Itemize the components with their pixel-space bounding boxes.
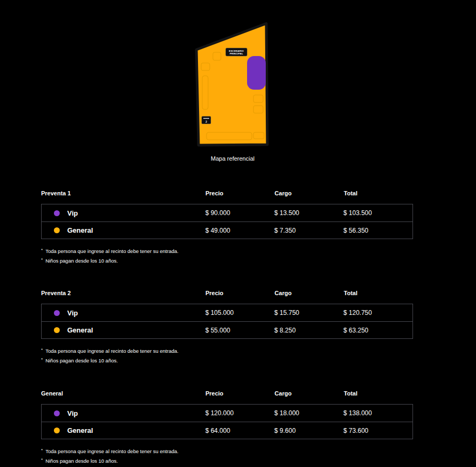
footnote-asterisk: * <box>41 355 43 364</box>
table-row-vip: Vip $ 105.000 $ 15.750 $ 120.750 <box>42 304 412 321</box>
price-table: Vip $ 120.000 $ 18.000 $ 138.000 General… <box>41 404 413 439</box>
footnote-text: Toda persona que ingrese al recinto debe… <box>45 448 178 454</box>
footnote-asterisk: * <box>41 246 43 255</box>
page-background: { "map": { "stage_label_line1": "ESCENAR… <box>0 0 476 467</box>
footnote-asterisk: * <box>41 346 43 354</box>
column-header-total: Total <box>344 390 413 397</box>
column-header-cargo: Cargo <box>275 190 344 196</box>
table-row-general: General $ 55.000 $ 8.250 $ 63.250 <box>42 321 412 338</box>
total-cell: $ 120.750 <box>344 309 412 316</box>
price-section-preventa-1: Preventa 1 Precio Cargo Total Vip $ 90.0… <box>41 190 413 265</box>
footnotes: *Toda persona que ingrese al recinto deb… <box>41 246 413 265</box>
section-title: General <box>41 390 205 397</box>
row-label: Vip <box>67 409 78 417</box>
precio-cell: $ 90.000 <box>205 209 274 217</box>
total-cell: $ 103.500 <box>344 209 412 217</box>
row-label: Vip <box>67 209 78 217</box>
vip-dot-icon <box>54 310 60 316</box>
column-header-total: Total <box>344 190 413 196</box>
table-row-general: General $ 49.000 $ 7.350 $ 56.350 <box>42 221 412 239</box>
total-cell: $ 138.000 <box>344 409 412 417</box>
stairs-box: 2 <box>202 116 211 124</box>
stage-label: ESCENARIO PRINCIPAL <box>226 48 247 56</box>
footnote-text: Niños pagan desde los 10 años. <box>45 358 118 363</box>
price-section-preventa-2: Preventa 2 Precio Cargo Total Vip $ 105.… <box>41 290 413 365</box>
general-dot-icon <box>54 227 60 233</box>
row-label-cell: General <box>42 326 205 334</box>
cargo-cell: $ 7.350 <box>274 227 343 234</box>
row-label-cell: Vip <box>42 209 205 217</box>
footnote-text: Niños pagan desde los 10 años. <box>45 458 118 464</box>
stage-label-line2: PRINCIPAL <box>229 52 243 55</box>
footnote-line: *Toda persona que ingrese al recinto deb… <box>41 246 413 256</box>
cargo-cell: $ 8.250 <box>274 327 343 334</box>
precio-cell: $ 55.000 <box>205 327 274 334</box>
footnote-line: *Niños pagan desde los 10 años. <box>41 456 413 465</box>
footnotes: *Toda persona que ingrese al recinto deb… <box>41 346 413 365</box>
table-row-general: General $ 64.000 $ 9.600 $ 73.600 <box>42 422 412 439</box>
column-header-cargo: Cargo <box>275 290 344 296</box>
section-title: Preventa 1 <box>41 190 205 196</box>
precio-cell: $ 49.000 <box>205 227 274 234</box>
cargo-cell: $ 9.600 <box>274 427 343 434</box>
column-header-precio: Precio <box>205 190 275 196</box>
row-label: Vip <box>67 309 78 317</box>
table-row-vip: Vip $ 90.000 $ 13.500 $ 103.500 <box>42 204 412 221</box>
venue-map-svg: ESCENARIO PRINCIPAL 2 <box>194 20 271 148</box>
price-section-general: General Precio Cargo Total Vip $ 120.000… <box>41 390 413 465</box>
total-cell: $ 73.600 <box>344 427 412 434</box>
precio-cell: $ 120.000 <box>205 409 274 417</box>
footnote-line: *Toda persona que ingrese al recinto deb… <box>41 346 413 355</box>
stairs-box-tiny-text <box>203 118 209 119</box>
column-header-total: Total <box>344 290 413 296</box>
row-label-cell: Vip <box>42 309 205 317</box>
footnotes: *Toda persona que ingrese al recinto deb… <box>41 446 413 465</box>
section-header: Preventa 2 Precio Cargo Total <box>41 290 413 304</box>
footnote-asterisk: * <box>41 456 43 464</box>
column-header-cargo: Cargo <box>275 390 344 397</box>
cargo-cell: $ 15.750 <box>274 309 343 316</box>
general-dot-icon <box>54 428 60 433</box>
venue-map: ESCENARIO PRINCIPAL 2 <box>194 20 271 148</box>
row-label-cell: General <box>42 426 205 434</box>
cargo-cell: $ 18.000 <box>274 409 343 417</box>
vip-dot-icon <box>54 210 60 216</box>
stairs-number: 2 <box>205 121 207 123</box>
section-header: General Precio Cargo Total <box>41 390 413 404</box>
vip-dot-icon <box>54 410 60 416</box>
map-caption: Mapa referencial <box>153 155 313 162</box>
total-cell: $ 56.350 <box>344 227 412 234</box>
row-label-cell: General <box>42 226 205 234</box>
vip-zone <box>247 56 266 90</box>
table-row-vip: Vip $ 120.000 $ 18.000 $ 138.000 <box>42 405 412 422</box>
footnote-asterisk: * <box>41 256 43 264</box>
row-label-cell: Vip <box>42 409 205 417</box>
footnote-line: *Niños pagan desde los 10 años. <box>41 256 413 265</box>
footnote-text: Toda persona que ingrese al recinto debe… <box>45 348 178 354</box>
column-header-precio: Precio <box>205 390 275 397</box>
precio-cell: $ 64.000 <box>205 427 274 434</box>
precio-cell: $ 105.000 <box>205 309 274 316</box>
column-header-precio: Precio <box>205 290 275 296</box>
price-table: Vip $ 90.000 $ 13.500 $ 103.500 General … <box>41 204 413 239</box>
footnote-line: *Niños pagan desde los 10 años. <box>41 355 413 365</box>
stage-label-line1: ESCENARIO <box>229 50 244 52</box>
general-dot-icon <box>54 327 60 333</box>
section-title: Preventa 2 <box>41 290 205 296</box>
footnote-asterisk: * <box>41 446 43 455</box>
row-label: General <box>67 226 93 234</box>
price-table: Vip $ 105.000 $ 15.750 $ 120.750 General… <box>41 304 413 339</box>
section-header: Preventa 1 Precio Cargo Total <box>41 190 413 204</box>
total-cell: $ 63.250 <box>344 327 412 334</box>
footnote-text: Niños pagan desde los 10 años. <box>45 258 118 264</box>
cargo-cell: $ 13.500 <box>274 209 343 217</box>
footnote-line: *Toda persona que ingrese al recinto deb… <box>41 446 413 456</box>
footnote-text: Toda persona que ingrese al recinto debe… <box>45 248 178 254</box>
row-label: General <box>67 426 93 434</box>
row-label: General <box>67 326 93 334</box>
